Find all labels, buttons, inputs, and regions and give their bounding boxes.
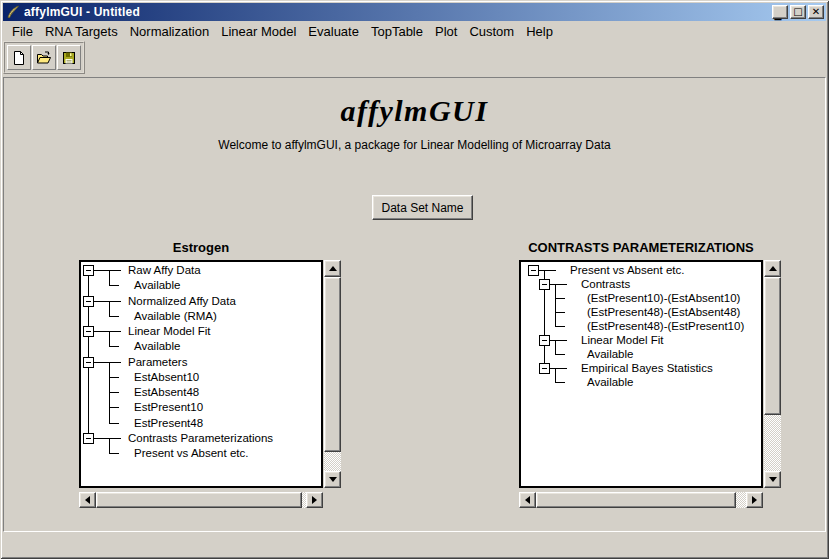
tree-collapse-toggle[interactable] — [83, 265, 94, 276]
scrollbar-thumb[interactable] — [96, 492, 302, 508]
tree-collapse-toggle[interactable] — [83, 296, 94, 307]
scrollbar-track[interactable] — [324, 277, 341, 471]
tree-line — [555, 298, 565, 299]
open-file-button[interactable] — [32, 45, 56, 70]
scroll-up-icon — [769, 266, 777, 271]
tree-node-label[interactable]: Available — [587, 375, 633, 389]
tree-node-label[interactable]: Contrasts — [581, 277, 630, 291]
scroll-up-button[interactable] — [324, 260, 341, 277]
tree-line — [555, 312, 565, 313]
scroll-left-icon — [85, 496, 90, 504]
tree-line — [549, 368, 567, 369]
contrasts-tree: Present vs Absent etc.Contrasts(EstPrese… — [519, 260, 763, 488]
scrollbar-thumb[interactable] — [536, 492, 736, 508]
app-subtitle: Welcome to affylmGUI, a package for Line… — [0, 138, 829, 152]
tree-node-label[interactable]: Empirical Bayes Statistics — [581, 361, 713, 375]
minimize-button[interactable]: ▁ — [772, 5, 788, 19]
scroll-left-button[interactable] — [79, 492, 96, 508]
scroll-down-button[interactable] — [324, 471, 341, 488]
tree-node-label[interactable]: Present vs Absent etc. — [134, 446, 248, 460]
scroll-left-button[interactable] — [519, 492, 536, 508]
scrollbar-track[interactable] — [96, 492, 306, 508]
contrasts-tree-title: CONTRASTS PARAMETERIZATIONS — [519, 240, 763, 255]
new-file-button[interactable] — [7, 45, 31, 70]
scroll-down-icon — [769, 477, 777, 482]
minus-icon — [542, 340, 547, 341]
save-file-button[interactable] — [57, 45, 81, 70]
tree-node-label[interactable]: (EstPresent48)-(EstPresent10) — [587, 319, 744, 333]
tree-collapse-toggle[interactable] — [83, 433, 94, 444]
scrollbar-thumb[interactable] — [764, 277, 781, 415]
maximize-button[interactable]: □ — [790, 5, 806, 19]
tree-line — [93, 362, 121, 363]
minus-icon — [86, 270, 91, 271]
tree-line — [109, 423, 119, 424]
menu-item-file[interactable]: File — [6, 22, 39, 41]
minus-icon — [531, 270, 536, 271]
close-button[interactable]: ✕ — [808, 5, 824, 19]
scroll-right-icon — [312, 496, 317, 504]
menu-item-toptable[interactable]: TopTable — [365, 22, 429, 41]
tree-node-label[interactable]: EstPresent10 — [134, 400, 203, 414]
scrollbar-track[interactable] — [536, 492, 746, 508]
tree-line — [555, 354, 565, 355]
tree-line — [555, 382, 565, 383]
tree-collapse-toggle[interactable] — [528, 265, 539, 276]
toolbar — [3, 41, 85, 74]
tree-node-label[interactable]: EstPresent48 — [134, 416, 203, 430]
tree-node-label[interactable]: EstAbsent10 — [134, 370, 199, 384]
minus-icon — [86, 301, 91, 302]
scroll-down-button[interactable] — [764, 471, 781, 488]
contrasts-tree-horizontal-scrollbar — [519, 492, 763, 508]
scroll-up-button[interactable] — [764, 260, 781, 277]
menu-item-rna-targets[interactable]: RNA Targets — [39, 22, 124, 41]
tree-node-label[interactable]: Available — [134, 278, 180, 292]
tree-node-label[interactable]: Linear Model Fit — [581, 333, 663, 347]
contrasts-tree-content: Present vs Absent etc.Contrasts(EstPrese… — [521, 262, 761, 486]
minus-icon — [542, 368, 547, 369]
menu-item-normalization[interactable]: Normalization — [124, 22, 215, 41]
estrogen-tree-content: Raw Affy DataAvailableNormalized Affy Da… — [81, 262, 321, 486]
tree-node-label[interactable]: (EstPresent10)-(EstAbsent10) — [587, 291, 740, 305]
tree-node-label[interactable]: (EstPresent48)-(EstAbsent48) — [587, 305, 740, 319]
tree-node-label[interactable]: Present vs Absent etc. — [570, 263, 684, 277]
minus-icon — [86, 362, 91, 363]
tree-node-label[interactable]: Available — [587, 347, 633, 361]
new-document-icon — [11, 50, 27, 66]
tree-node-label[interactable]: Available (RMA) — [134, 309, 217, 323]
scrollbar-track[interactable] — [764, 277, 781, 471]
tree-line — [109, 453, 119, 454]
tree-collapse-toggle[interactable] — [83, 326, 94, 337]
tree-line — [555, 368, 556, 382]
minus-icon — [86, 331, 91, 332]
menu-item-linear-model[interactable]: Linear Model — [215, 22, 302, 41]
tk-feather-icon[interactable] — [5, 5, 21, 19]
tree-line — [109, 316, 119, 317]
tree-node-label[interactable]: EstAbsent48 — [134, 385, 199, 399]
tree-line — [109, 407, 119, 408]
tree-collapse-toggle[interactable] — [539, 279, 550, 290]
tree-node-label[interactable]: Linear Model Fit — [128, 324, 210, 338]
estrogen-tree: Raw Affy DataAvailableNormalized Affy Da… — [79, 260, 323, 488]
tree-node-label[interactable]: Raw Affy Data — [128, 263, 201, 277]
scroll-right-button[interactable] — [306, 492, 323, 508]
tree-line — [555, 284, 556, 326]
menu-item-plot[interactable]: Plot — [429, 22, 463, 41]
tree-line — [93, 331, 121, 332]
tree-node-label[interactable]: Available — [134, 339, 180, 353]
tree-collapse-toggle[interactable] — [83, 357, 94, 368]
menu-bar: FileRNA TargetsNormalizationLinear Model… — [3, 21, 826, 41]
tree-line — [93, 301, 121, 302]
minimize-icon: ▁ — [775, 12, 782, 19]
tree-node-label[interactable]: Parameters — [128, 355, 187, 369]
tree-node-label[interactable]: Normalized Affy Data — [128, 294, 236, 308]
tree-node-label[interactable]: Contrasts Parameterizations — [128, 431, 273, 445]
menu-item-custom[interactable]: Custom — [463, 22, 520, 41]
menu-item-evaluate[interactable]: Evaluate — [302, 22, 365, 41]
menu-item-help[interactable]: Help — [520, 22, 559, 41]
scroll-right-button[interactable] — [746, 492, 763, 508]
tree-collapse-toggle[interactable] — [539, 335, 550, 346]
tree-collapse-toggle[interactable] — [539, 363, 550, 374]
scrollbar-thumb[interactable] — [324, 277, 341, 452]
data-set-name-button[interactable]: Data Set Name — [372, 195, 473, 220]
